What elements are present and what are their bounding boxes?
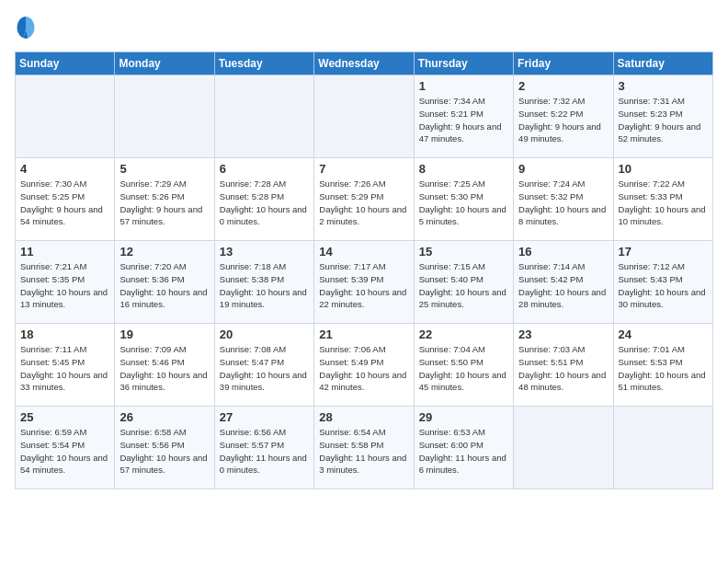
calendar-cell: 6Sunrise: 7:28 AM Sunset: 5:28 PM Daylig… <box>214 158 313 241</box>
day-number: 19 <box>119 327 209 341</box>
day-number: 27 <box>220 410 309 424</box>
day-number: 4 <box>20 162 109 176</box>
day-number: 11 <box>20 245 109 259</box>
calendar-cell: 29Sunrise: 6:53 AM Sunset: 6:00 PM Dayli… <box>414 407 513 489</box>
day-number: 14 <box>319 245 408 259</box>
day-number: 23 <box>518 327 608 341</box>
calendar-cell: 16Sunrise: 7:14 AM Sunset: 5:42 PM Dayli… <box>514 241 613 324</box>
day-info: Sunrise: 7:32 AM Sunset: 5:22 PM Dayligh… <box>518 95 608 145</box>
calendar-cell <box>16 75 115 158</box>
calendar-cell: 11Sunrise: 7:21 AM Sunset: 5:35 PM Dayli… <box>16 241 115 324</box>
calendar-header-row: SundayMondayTuesdayWednesdayThursdayFrid… <box>16 52 713 75</box>
day-info: Sunrise: 6:59 AM Sunset: 5:54 PM Dayligh… <box>20 426 109 477</box>
calendar-cell <box>613 407 712 489</box>
day-header-sunday: Sunday <box>16 52 115 75</box>
calendar-table: SundayMondayTuesdayWednesdayThursdayFrid… <box>15 52 713 489</box>
day-info: Sunrise: 7:25 AM Sunset: 5:30 PM Dayligh… <box>419 178 508 228</box>
header <box>15 15 713 40</box>
day-info: Sunrise: 7:30 AM Sunset: 5:25 PM Dayligh… <box>20 178 109 228</box>
day-number: 18 <box>20 327 109 341</box>
calendar-week-row: 1Sunrise: 7:34 AM Sunset: 5:21 PM Daylig… <box>16 75 713 158</box>
calendar-week-row: 11Sunrise: 7:21 AM Sunset: 5:35 PM Dayli… <box>16 241 713 324</box>
calendar-cell: 4Sunrise: 7:30 AM Sunset: 5:25 PM Daylig… <box>16 158 115 241</box>
day-number: 15 <box>419 245 508 259</box>
day-number: 6 <box>220 162 309 176</box>
day-info: Sunrise: 6:53 AM Sunset: 6:00 PM Dayligh… <box>419 426 508 477</box>
day-header-thursday: Thursday <box>414 52 513 75</box>
calendar-cell: 22Sunrise: 7:04 AM Sunset: 5:50 PM Dayli… <box>414 324 513 407</box>
calendar-cell: 20Sunrise: 7:08 AM Sunset: 5:47 PM Dayli… <box>214 324 313 407</box>
calendar-cell: 21Sunrise: 7:06 AM Sunset: 5:49 PM Dayli… <box>314 324 414 407</box>
day-info: Sunrise: 6:58 AM Sunset: 5:56 PM Dayligh… <box>119 426 209 477</box>
calendar-cell <box>214 75 313 158</box>
calendar-cell <box>115 75 214 158</box>
calendar-cell: 3Sunrise: 7:31 AM Sunset: 5:23 PM Daylig… <box>613 75 712 158</box>
day-info: Sunrise: 7:09 AM Sunset: 5:46 PM Dayligh… <box>119 343 209 394</box>
calendar-cell: 18Sunrise: 7:11 AM Sunset: 5:45 PM Dayli… <box>16 324 115 407</box>
day-number: 24 <box>619 327 708 341</box>
day-info: Sunrise: 7:28 AM Sunset: 5:28 PM Dayligh… <box>220 178 309 228</box>
day-number: 29 <box>419 410 508 424</box>
day-header-tuesday: Tuesday <box>214 52 313 75</box>
day-number: 21 <box>319 327 408 341</box>
calendar-cell: 5Sunrise: 7:29 AM Sunset: 5:26 PM Daylig… <box>115 158 214 241</box>
day-number: 1 <box>419 79 508 93</box>
day-header-monday: Monday <box>115 52 214 75</box>
day-info: Sunrise: 7:17 AM Sunset: 5:39 PM Dayligh… <box>319 260 408 311</box>
day-info: Sunrise: 7:21 AM Sunset: 5:35 PM Dayligh… <box>20 260 109 311</box>
calendar-cell: 13Sunrise: 7:18 AM Sunset: 5:38 PM Dayli… <box>214 241 313 324</box>
calendar-cell: 12Sunrise: 7:20 AM Sunset: 5:36 PM Dayli… <box>115 241 214 324</box>
day-info: Sunrise: 7:04 AM Sunset: 5:50 PM Dayligh… <box>419 343 508 394</box>
calendar-cell: 17Sunrise: 7:12 AM Sunset: 5:43 PM Dayli… <box>613 241 712 324</box>
day-number: 26 <box>119 410 209 424</box>
day-info: Sunrise: 7:03 AM Sunset: 5:51 PM Dayligh… <box>518 343 608 394</box>
day-info: Sunrise: 6:54 AM Sunset: 5:58 PM Dayligh… <box>319 426 408 477</box>
calendar-cell <box>314 75 414 158</box>
calendar-cell: 27Sunrise: 6:56 AM Sunset: 5:57 PM Dayli… <box>214 407 313 489</box>
logo-icon <box>15 15 37 40</box>
day-number: 10 <box>619 162 708 176</box>
day-number: 22 <box>419 327 508 341</box>
day-info: Sunrise: 7:14 AM Sunset: 5:42 PM Dayligh… <box>518 260 608 311</box>
calendar-cell: 24Sunrise: 7:01 AM Sunset: 5:53 PM Dayli… <box>613 324 712 407</box>
calendar-week-row: 18Sunrise: 7:11 AM Sunset: 5:45 PM Dayli… <box>16 324 713 407</box>
day-header-friday: Friday <box>514 52 613 75</box>
calendar-cell <box>514 407 613 489</box>
calendar-cell: 7Sunrise: 7:26 AM Sunset: 5:29 PM Daylig… <box>314 158 414 241</box>
calendar-cell: 9Sunrise: 7:24 AM Sunset: 5:32 PM Daylig… <box>514 158 613 241</box>
calendar-week-row: 25Sunrise: 6:59 AM Sunset: 5:54 PM Dayli… <box>16 407 713 489</box>
logo <box>15 15 40 40</box>
day-number: 9 <box>518 162 608 176</box>
calendar-cell: 8Sunrise: 7:25 AM Sunset: 5:30 PM Daylig… <box>414 158 513 241</box>
day-number: 7 <box>319 162 408 176</box>
day-info: Sunrise: 7:18 AM Sunset: 5:38 PM Dayligh… <box>220 260 309 311</box>
day-info: Sunrise: 7:11 AM Sunset: 5:45 PM Dayligh… <box>20 343 109 394</box>
day-number: 16 <box>518 245 608 259</box>
day-number: 25 <box>20 410 109 424</box>
day-number: 20 <box>220 327 309 341</box>
day-number: 13 <box>220 245 309 259</box>
day-info: Sunrise: 7:26 AM Sunset: 5:29 PM Dayligh… <box>319 178 408 228</box>
calendar-cell: 1Sunrise: 7:34 AM Sunset: 5:21 PM Daylig… <box>414 75 513 158</box>
day-info: Sunrise: 7:15 AM Sunset: 5:40 PM Dayligh… <box>419 260 508 311</box>
day-number: 8 <box>419 162 508 176</box>
day-number: 28 <box>319 410 408 424</box>
calendar-cell: 28Sunrise: 6:54 AM Sunset: 5:58 PM Dayli… <box>314 407 414 489</box>
calendar-cell: 14Sunrise: 7:17 AM Sunset: 5:39 PM Dayli… <box>314 241 414 324</box>
calendar-cell: 10Sunrise: 7:22 AM Sunset: 5:33 PM Dayli… <box>613 158 712 241</box>
day-info: Sunrise: 7:08 AM Sunset: 5:47 PM Dayligh… <box>220 343 309 394</box>
day-info: Sunrise: 7:29 AM Sunset: 5:26 PM Dayligh… <box>119 178 209 228</box>
calendar-cell: 19Sunrise: 7:09 AM Sunset: 5:46 PM Dayli… <box>115 324 214 407</box>
day-info: Sunrise: 7:34 AM Sunset: 5:21 PM Dayligh… <box>419 95 508 145</box>
day-info: Sunrise: 6:56 AM Sunset: 5:57 PM Dayligh… <box>220 426 309 477</box>
day-number: 5 <box>119 162 209 176</box>
day-header-wednesday: Wednesday <box>314 52 414 75</box>
calendar-cell: 25Sunrise: 6:59 AM Sunset: 5:54 PM Dayli… <box>16 407 115 489</box>
calendar-cell: 26Sunrise: 6:58 AM Sunset: 5:56 PM Dayli… <box>115 407 214 489</box>
day-info: Sunrise: 7:06 AM Sunset: 5:49 PM Dayligh… <box>319 343 408 394</box>
day-info: Sunrise: 7:22 AM Sunset: 5:33 PM Dayligh… <box>619 178 708 228</box>
calendar-cell: 15Sunrise: 7:15 AM Sunset: 5:40 PM Dayli… <box>414 241 513 324</box>
day-info: Sunrise: 7:24 AM Sunset: 5:32 PM Dayligh… <box>518 178 608 228</box>
day-number: 12 <box>119 245 209 259</box>
day-info: Sunrise: 7:01 AM Sunset: 5:53 PM Dayligh… <box>619 343 708 394</box>
